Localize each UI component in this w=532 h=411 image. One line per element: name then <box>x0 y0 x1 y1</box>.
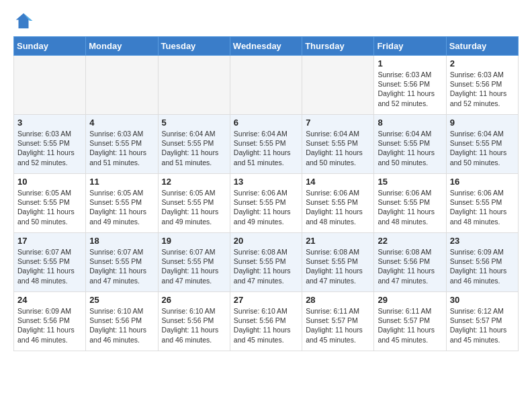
day-info: Sunrise: 6:09 AM Sunset: 5:56 PM Dayligh… <box>17 306 82 345</box>
weekday-header-wednesday: Wednesday <box>230 37 302 56</box>
day-info: Sunrise: 6:08 AM Sunset: 5:55 PM Dayligh… <box>234 247 298 285</box>
weekday-header-monday: Monday <box>86 37 158 56</box>
day-info: Sunrise: 6:03 AM Sunset: 5:56 PM Dayligh… <box>450 70 515 108</box>
calendar-cell: 29Sunrise: 6:11 AM Sunset: 5:57 PM Dayli… <box>374 292 446 351</box>
day-info: Sunrise: 6:10 AM Sunset: 5:56 PM Dayligh… <box>234 306 298 345</box>
day-number: 11 <box>89 177 154 187</box>
calendar-cell: 11Sunrise: 6:05 AM Sunset: 5:55 PM Dayli… <box>86 174 158 233</box>
day-info: Sunrise: 6:07 AM Sunset: 5:55 PM Dayligh… <box>162 247 226 285</box>
day-number: 2 <box>450 58 515 68</box>
day-info: Sunrise: 6:03 AM Sunset: 5:56 PM Dayligh… <box>378 70 442 108</box>
day-number: 30 <box>450 295 515 305</box>
calendar-cell: 7Sunrise: 6:04 AM Sunset: 5:55 PM Daylig… <box>302 115 374 174</box>
calendar-cell: 18Sunrise: 6:07 AM Sunset: 5:55 PM Dayli… <box>86 233 158 292</box>
day-number: 14 <box>306 177 370 187</box>
calendar-cell: 23Sunrise: 6:09 AM Sunset: 5:56 PM Dayli… <box>446 233 518 292</box>
week-row-5: 24Sunrise: 6:09 AM Sunset: 5:56 PM Dayli… <box>14 292 519 351</box>
day-number: 3 <box>17 118 82 128</box>
day-number: 15 <box>378 177 442 187</box>
calendar-cell: 9Sunrise: 6:04 AM Sunset: 5:55 PM Daylig… <box>446 115 518 174</box>
day-number: 18 <box>89 236 154 246</box>
calendar-cell: 6Sunrise: 6:04 AM Sunset: 5:55 PM Daylig… <box>230 115 302 174</box>
calendar-cell: 5Sunrise: 6:04 AM Sunset: 5:55 PM Daylig… <box>158 115 230 174</box>
page: SundayMondayTuesdayWednesdayThursdayFrid… <box>0 0 532 365</box>
day-number: 13 <box>234 177 298 187</box>
day-info: Sunrise: 6:06 AM Sunset: 5:55 PM Dayligh… <box>450 188 515 226</box>
calendar-cell <box>230 56 302 115</box>
weekday-header-sunday: Sunday <box>14 37 86 56</box>
calendar: SundayMondayTuesdayWednesdayThursdayFrid… <box>13 36 519 351</box>
day-info: Sunrise: 6:06 AM Sunset: 5:55 PM Dayligh… <box>306 188 370 226</box>
day-info: Sunrise: 6:08 AM Sunset: 5:56 PM Dayligh… <box>378 247 442 285</box>
calendar-cell: 17Sunrise: 6:07 AM Sunset: 5:55 PM Dayli… <box>14 233 86 292</box>
day-info: Sunrise: 6:07 AM Sunset: 5:55 PM Dayligh… <box>89 247 154 285</box>
day-info: Sunrise: 6:05 AM Sunset: 5:55 PM Dayligh… <box>89 188 154 226</box>
calendar-cell: 10Sunrise: 6:05 AM Sunset: 5:55 PM Dayli… <box>14 174 86 233</box>
day-info: Sunrise: 6:04 AM Sunset: 5:55 PM Dayligh… <box>450 129 515 167</box>
day-info: Sunrise: 6:09 AM Sunset: 5:56 PM Dayligh… <box>450 247 515 285</box>
day-number: 4 <box>89 118 154 128</box>
week-row-3: 10Sunrise: 6:05 AM Sunset: 5:55 PM Dayli… <box>14 174 519 233</box>
day-info: Sunrise: 6:03 AM Sunset: 5:55 PM Dayligh… <box>17 129 82 167</box>
day-info: Sunrise: 6:03 AM Sunset: 5:55 PM Dayligh… <box>89 129 154 167</box>
calendar-cell: 30Sunrise: 6:12 AM Sunset: 5:57 PM Dayli… <box>446 292 518 351</box>
day-number: 1 <box>378 58 442 68</box>
day-info: Sunrise: 6:05 AM Sunset: 5:55 PM Dayligh… <box>162 188 226 226</box>
day-info: Sunrise: 6:06 AM Sunset: 5:55 PM Dayligh… <box>234 188 298 226</box>
day-number: 22 <box>378 236 442 246</box>
day-info: Sunrise: 6:05 AM Sunset: 5:55 PM Dayligh… <box>17 188 82 226</box>
day-number: 10 <box>17 177 82 187</box>
calendar-cell <box>158 56 230 115</box>
day-info: Sunrise: 6:04 AM Sunset: 5:55 PM Dayligh… <box>162 129 226 167</box>
calendar-cell: 21Sunrise: 6:08 AM Sunset: 5:55 PM Dayli… <box>302 233 374 292</box>
weekday-header-row: SundayMondayTuesdayWednesdayThursdayFrid… <box>14 37 519 56</box>
day-number: 5 <box>162 118 226 128</box>
svg-marker-0 <box>16 13 32 29</box>
day-info: Sunrise: 6:11 AM Sunset: 5:57 PM Dayligh… <box>378 306 442 345</box>
day-number: 19 <box>162 236 226 246</box>
calendar-cell: 8Sunrise: 6:04 AM Sunset: 5:55 PM Daylig… <box>374 115 446 174</box>
weekday-header-friday: Friday <box>374 37 446 56</box>
weekday-header-saturday: Saturday <box>446 37 518 56</box>
calendar-cell: 3Sunrise: 6:03 AM Sunset: 5:55 PM Daylig… <box>14 115 86 174</box>
calendar-cell: 26Sunrise: 6:10 AM Sunset: 5:56 PM Dayli… <box>158 292 230 351</box>
calendar-cell: 13Sunrise: 6:06 AM Sunset: 5:55 PM Dayli… <box>230 174 302 233</box>
calendar-cell: 16Sunrise: 6:06 AM Sunset: 5:55 PM Dayli… <box>446 174 518 233</box>
weekday-header-tuesday: Tuesday <box>158 37 230 56</box>
day-number: 16 <box>450 177 515 187</box>
calendar-cell <box>14 56 86 115</box>
day-info: Sunrise: 6:04 AM Sunset: 5:55 PM Dayligh… <box>234 129 298 167</box>
day-number: 6 <box>234 118 298 128</box>
day-number: 29 <box>378 295 442 305</box>
day-number: 17 <box>17 236 82 246</box>
logo <box>13 11 36 31</box>
day-number: 8 <box>378 118 442 128</box>
logo-icon <box>13 11 34 31</box>
calendar-cell: 14Sunrise: 6:06 AM Sunset: 5:55 PM Dayli… <box>302 174 374 233</box>
day-number: 9 <box>450 118 515 128</box>
calendar-cell: 19Sunrise: 6:07 AM Sunset: 5:55 PM Dayli… <box>158 233 230 292</box>
day-info: Sunrise: 6:08 AM Sunset: 5:55 PM Dayligh… <box>306 247 370 285</box>
calendar-cell <box>302 56 374 115</box>
day-number: 12 <box>162 177 226 187</box>
calendar-cell: 2Sunrise: 6:03 AM Sunset: 5:56 PM Daylig… <box>446 56 518 115</box>
calendar-cell <box>86 56 158 115</box>
day-number: 28 <box>306 295 370 305</box>
calendar-cell: 1Sunrise: 6:03 AM Sunset: 5:56 PM Daylig… <box>374 56 446 115</box>
day-info: Sunrise: 6:10 AM Sunset: 5:56 PM Dayligh… <box>89 306 154 345</box>
day-number: 27 <box>234 295 298 305</box>
day-number: 7 <box>306 118 370 128</box>
week-row-4: 17Sunrise: 6:07 AM Sunset: 5:55 PM Dayli… <box>14 233 519 292</box>
calendar-cell: 20Sunrise: 6:08 AM Sunset: 5:55 PM Dayli… <box>230 233 302 292</box>
week-row-2: 3Sunrise: 6:03 AM Sunset: 5:55 PM Daylig… <box>14 115 519 174</box>
calendar-cell: 15Sunrise: 6:06 AM Sunset: 5:55 PM Dayli… <box>374 174 446 233</box>
day-info: Sunrise: 6:12 AM Sunset: 5:57 PM Dayligh… <box>450 306 515 345</box>
calendar-cell: 27Sunrise: 6:10 AM Sunset: 5:56 PM Dayli… <box>230 292 302 351</box>
calendar-cell: 24Sunrise: 6:09 AM Sunset: 5:56 PM Dayli… <box>14 292 86 351</box>
calendar-cell: 25Sunrise: 6:10 AM Sunset: 5:56 PM Dayli… <box>86 292 158 351</box>
day-info: Sunrise: 6:11 AM Sunset: 5:57 PM Dayligh… <box>306 306 370 345</box>
day-info: Sunrise: 6:10 AM Sunset: 5:56 PM Dayligh… <box>162 306 226 345</box>
calendar-cell: 4Sunrise: 6:03 AM Sunset: 5:55 PM Daylig… <box>86 115 158 174</box>
day-number: 21 <box>306 236 370 246</box>
calendar-cell: 22Sunrise: 6:08 AM Sunset: 5:56 PM Dayli… <box>374 233 446 292</box>
